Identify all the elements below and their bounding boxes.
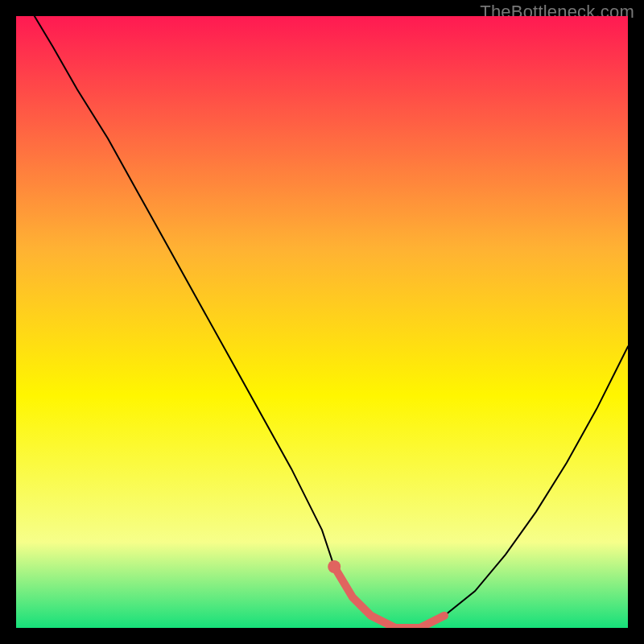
gradient-background: [16, 16, 628, 628]
optimal-zone-start-marker: [328, 560, 341, 573]
chart-frame: TheBottleneck.com: [0, 0, 644, 644]
bottleneck-chart: [16, 16, 628, 628]
